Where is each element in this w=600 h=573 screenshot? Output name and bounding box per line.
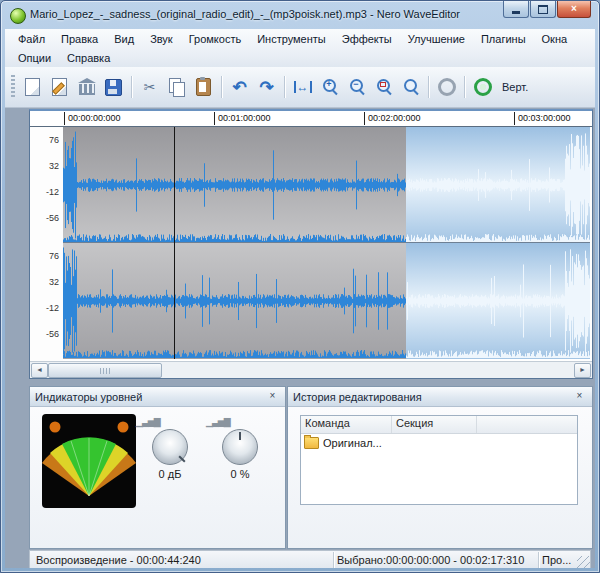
zoom-selection-button[interactable]: [370, 74, 397, 101]
level-indicators-caption[interactable]: Индикаторы уровней ×: [30, 387, 285, 407]
thumb-grip-icon: [100, 368, 110, 374]
close-button[interactable]: ×: [557, 1, 591, 18]
vertical-scale-label[interactable]: Верт.: [502, 81, 528, 93]
new-file-icon: [25, 78, 40, 96]
playback-status: Воспроизведение - 00:00:44:240: [30, 554, 333, 566]
close-panel-button[interactable]: ×: [572, 390, 587, 403]
audio-library-button[interactable]: [73, 74, 100, 101]
zoom-in-button[interactable]: +: [316, 74, 343, 101]
ruler-label: 00:02:00:000: [364, 112, 421, 125]
play-icon: [474, 78, 492, 96]
ruler-label: 00:00:00:000: [64, 112, 121, 125]
paste-icon: [196, 78, 211, 96]
app-window: Mario_Lopez_-_sadness_(original_radio_ed…: [0, 0, 600, 573]
toolbar: ✂ ↶ ↷ ↔ + − Верт.: [5, 67, 595, 108]
zoom-in-icon: +: [321, 78, 339, 96]
level-bars-icon: ▁▃▅▇: [134, 417, 206, 427]
paste-button[interactable]: [190, 74, 217, 101]
cut-button[interactable]: ✂: [136, 74, 163, 101]
redo-icon: ↷: [259, 79, 273, 96]
menu-help[interactable]: Справка: [59, 50, 118, 66]
library-icon: [79, 84, 95, 95]
scroll-left-button[interactable]: ◄: [31, 363, 48, 378]
title-bar[interactable]: Mario_Lopez_-_sadness_(original_radio_ed…: [1, 1, 599, 28]
menu-enhancement[interactable]: Улучшение: [400, 31, 473, 47]
menu-windows[interactable]: Окна: [534, 31, 576, 47]
maximize-button[interactable]: [530, 1, 556, 18]
zoom-custom-icon: [402, 78, 420, 96]
time-ruler[interactable]: 00:00:00:000 00:01:00:000 00:02:00:000 0…: [30, 111, 592, 127]
menu-options[interactable]: Опции: [10, 50, 59, 66]
status-bar: Воспроизведение - 00:00:44:240 Выбрано:0…: [29, 550, 591, 568]
toolbar-grip[interactable]: [11, 75, 15, 99]
minimize-icon: [512, 11, 520, 14]
copy-icon: [169, 78, 181, 93]
menu-plugins[interactable]: Плагины: [473, 31, 534, 47]
level-meter-display: [42, 414, 136, 508]
scroll-right-button[interactable]: ►: [574, 363, 591, 378]
copy-button[interactable]: [163, 74, 190, 101]
scrollbar-thumb[interactable]: [48, 363, 162, 378]
redo-button[interactable]: ↷: [253, 74, 280, 101]
pencil-icon: [52, 82, 65, 95]
goniometer-icon: [42, 414, 136, 508]
minimize-button[interactable]: [503, 1, 529, 18]
menu-row-1: Файл Правка Вид Звук Громкость Инструмен…: [5, 29, 595, 48]
horizontal-scrollbar[interactable]: ◄ ►: [30, 361, 592, 378]
level-indicators-panel: Индикаторы уровней × ▁▃▅▇ 0 дБ: [29, 386, 286, 549]
panel-title: История редактирования: [293, 391, 572, 403]
client-area: Файл Правка Вид Звук Громкость Инструмен…: [5, 29, 595, 568]
ruler-label: 00:01:00:000: [214, 112, 271, 125]
menu-tools[interactable]: Инструменты: [249, 31, 334, 47]
record-button[interactable]: [433, 74, 460, 101]
level-bars-icon: ▁▃▅▇: [204, 417, 276, 427]
window-title: Mario_Lopez_-_sadness_(original_radio_ed…: [30, 8, 460, 20]
toolbar-separator: [464, 76, 465, 98]
menu-bar: Файл Правка Вид Звук Громкость Инструмен…: [5, 29, 595, 68]
zoom-fit-button[interactable]: ↔: [289, 74, 316, 101]
menu-file[interactable]: Файл: [10, 31, 53, 47]
resize-grip[interactable]: [577, 556, 590, 568]
db-knob[interactable]: [152, 429, 188, 465]
zoom-out-button[interactable]: −: [343, 74, 370, 101]
menu-effects[interactable]: Эффекты: [334, 31, 400, 47]
menu-audio[interactable]: Звук: [142, 31, 181, 47]
record-icon: [438, 78, 456, 96]
edit-history-caption[interactable]: История редактирования ×: [288, 387, 592, 407]
save-icon: [105, 79, 122, 96]
play-button[interactable]: [469, 74, 496, 101]
menu-volume[interactable]: Громкость: [181, 31, 249, 47]
status-extra: Про...: [538, 552, 577, 568]
percent-knob-label: 0 %: [204, 468, 276, 480]
zoom-selection-icon: [375, 78, 393, 96]
panel-title: Индикаторы уровней: [35, 391, 265, 403]
column-command[interactable]: Команда: [301, 416, 392, 433]
new-file-button[interactable]: [19, 74, 46, 101]
edit-history-panel: История редактирования × Команда Секция …: [287, 386, 593, 549]
folder-icon: [304, 437, 319, 449]
toolbar-separator: [221, 76, 222, 98]
close-panel-button[interactable]: ×: [265, 390, 280, 403]
close-icon: ×: [571, 2, 577, 16]
ruler-label: 00:03:00:000: [514, 112, 571, 125]
open-file-button[interactable]: [46, 74, 73, 101]
menu-row-2: Опции Справка: [5, 48, 595, 67]
column-section[interactable]: Секция: [392, 416, 477, 433]
toolbar-separator: [428, 76, 429, 98]
menu-view[interactable]: Вид: [106, 31, 142, 47]
percent-knob[interactable]: [222, 429, 258, 465]
save-button[interactable]: [100, 74, 127, 101]
undo-button[interactable]: ↶: [226, 74, 253, 101]
waveform-canvas[interactable]: [63, 127, 590, 359]
open-file-icon: [52, 78, 67, 96]
wave-editor-view: 00:00:00:000 00:01:00:000 00:02:00:000 0…: [29, 109, 593, 379]
db-knob-label: 0 дБ: [134, 468, 206, 480]
menu-edit[interactable]: Правка: [53, 31, 106, 47]
fit-width-icon: ↔: [294, 81, 312, 93]
app-icon: [10, 8, 26, 24]
zoom-out-icon: −: [348, 78, 366, 96]
scissors-icon: ✂: [144, 80, 156, 94]
selection-status: Выбрано:00:00:00:000 - 00:02:17:310: [333, 552, 538, 568]
history-row[interactable]: Оригинал...: [301, 434, 577, 451]
zoom-custom-button[interactable]: [397, 74, 424, 101]
